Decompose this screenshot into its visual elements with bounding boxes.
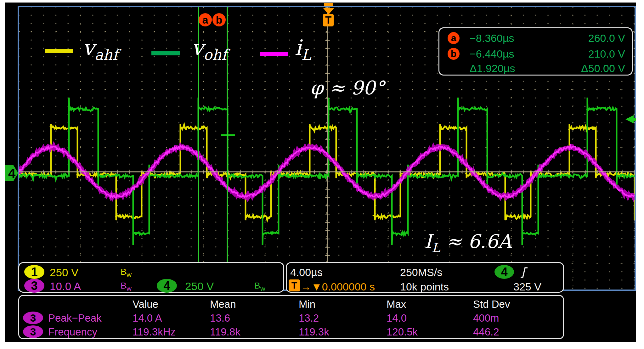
trigger-t-badge: T [289, 279, 300, 291]
ch3-bandwidth: BW [121, 281, 132, 292]
cursor-a-level: 260.0 V [564, 32, 625, 44]
legend-vohf-sub: ohf [203, 46, 227, 63]
meas-row2-value: 119.3kHz [133, 326, 176, 338]
current-annotation-rest: ≈ 6.6A [440, 230, 511, 252]
meas-row1-ch-badge: 3 [23, 312, 43, 324]
meas-row1-max: 14.0 [387, 312, 407, 324]
meas-header-min: Min [299, 298, 315, 310]
meas-row1-stddev: 400m [473, 312, 499, 324]
ch1-bw-sub: W [127, 272, 132, 278]
legend-swatch-vahf [45, 49, 73, 53]
cursor-a-badge[interactable]: a [199, 13, 212, 26]
legend-vahf-base: v [82, 35, 94, 60]
cursor-readout-b-badge: b [448, 48, 460, 60]
cursor-b-badge[interactable]: b [212, 13, 226, 26]
legend-swatch-vohf [151, 51, 180, 55]
meas-row2-max: 120.5k [387, 326, 418, 338]
record-length: 10k points [400, 281, 449, 293]
ch1-scale: 250 V [50, 266, 78, 279]
cursor-readout-box: a −8.360µs 260.0 V b −6.440µs 210.0 V Δ1… [438, 27, 633, 76]
trigger-level: 325 V [513, 281, 541, 293]
legend-label-vohf: vohf [191, 35, 227, 63]
legend-vohf-base: v [191, 35, 203, 60]
cursor-readout-a-badge: a [448, 32, 460, 44]
legend-swatch-il [260, 52, 288, 56]
cursor-b-level: 210.0 V [564, 48, 625, 60]
ch4-bandwidth: BW [254, 281, 265, 292]
trigger-position: →▼0.000000 s [301, 281, 375, 293]
svg-text:4: 4 [8, 166, 16, 181]
meas-row2-stddev: 446.2 [473, 326, 499, 338]
meas-header-max: Max [387, 298, 406, 310]
ch1-bandwidth: BW [121, 267, 132, 279]
meas-row2-min: 119.3k [299, 326, 329, 338]
current-annotation-sub: L [432, 240, 440, 255]
sample-rate: 250MS/s [400, 266, 442, 279]
legend-vahf-sub: ahf [94, 46, 118, 63]
cursor-delta-level: Δ50.00 V [564, 62, 625, 75]
rising-edge-icon [520, 266, 528, 279]
ch3-badge[interactable]: 3 [24, 279, 44, 293]
phase-annotation: φ ≈ 90° [310, 77, 385, 99]
measurement-box: Value Mean Min Max Std Dev 3 Peak−Peak 1… [18, 295, 564, 339]
ch4-badge[interactable]: 4 [157, 279, 177, 293]
horizontal-readout-box: 4.00µs 250MS/s 4 T →▼0.000000 s 10k poin… [286, 262, 564, 293]
meas-row1-min: 13.2 [299, 312, 319, 324]
ch3-scale: 10.0 A [50, 280, 81, 293]
meas-header-mean: Mean [210, 298, 236, 310]
meas-header-value: Value [133, 298, 158, 310]
legend-label-vahf: vahf [82, 35, 118, 63]
trigger-top-tick[interactable] [324, 3, 333, 6]
meas-header-stddev: Std Dev [473, 298, 510, 310]
trigger-level-tick[interactable] [221, 134, 235, 136]
timebase: 4.00µs [290, 266, 323, 279]
ch4-scale: 250 V [185, 280, 214, 293]
ch1-badge[interactable]: 1 [24, 265, 44, 279]
cursor-b-time: −6.440µs [470, 48, 514, 60]
ch4-ground-marker[interactable]: 4 [4, 164, 19, 183]
legend-il-base: i [295, 35, 302, 60]
meas-row2-name: Frequency [48, 326, 97, 338]
meas-row1-mean: 13.6 [210, 312, 230, 324]
ch1-bw-base: B [121, 267, 127, 277]
meas-row1-name: Peak−Peak [48, 312, 102, 324]
legend-il-sub: L [302, 46, 311, 63]
cursor-delta-time: Δ1.920µs [470, 62, 515, 75]
trigger-marker[interactable]: T [323, 14, 334, 26]
meas-row2-mean: 119.8k [210, 326, 240, 338]
page: { "legend": { "items": [ {"base":"v","su… [0, 0, 644, 349]
legend-label-il: iL [295, 35, 311, 63]
meas-row1-value: 14.0 A [133, 312, 162, 324]
meas-row2-ch-badge: 3 [23, 325, 43, 338]
channel-readout-box: 1 250 V BW 3 10.0 A BW 4 250 V BW [18, 262, 284, 293]
ch3-bw-base: B [121, 281, 127, 290]
current-annotation-base: I [424, 230, 432, 252]
ch4-bw-sub: W [260, 286, 265, 292]
trigger-source-badge: 4 [494, 265, 514, 279]
current-annotation: IL ≈ 6.6A [424, 230, 511, 255]
trigger-level-arrow[interactable] [625, 114, 636, 125]
ch4-bw-base: B [254, 281, 260, 290]
ch3-bw-sub: W [127, 286, 132, 292]
cursor-a-time: −8.360µs [470, 32, 514, 44]
